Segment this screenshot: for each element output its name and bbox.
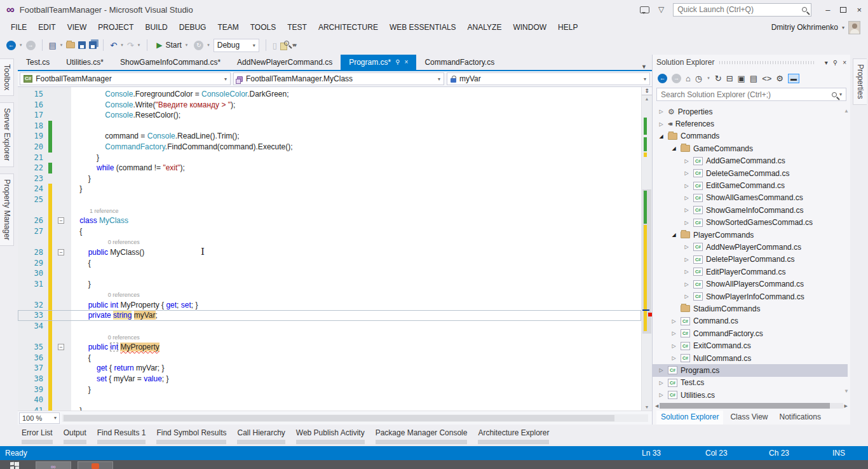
menu-item-architecture[interactable]: ARCHITECTURE <box>313 20 384 34</box>
tree-item-deleteplayercommand-cs[interactable]: ▷C#DeletePlayerCommand.cs <box>653 254 848 266</box>
code-line-29[interactable]: 29 { <box>18 258 641 269</box>
tab-list-chevron-icon[interactable]: ▼ <box>641 64 652 70</box>
zoom-dropdown[interactable]: 100 % ▾ <box>19 412 60 424</box>
side-tab-toolbox[interactable]: Toolbox <box>0 58 14 96</box>
tree-item-showallgamescommand-cs[interactable]: ▷C#ShowAllGamesCommand.cs <box>653 192 848 204</box>
expander-icon[interactable]: ▷ <box>683 183 690 189</box>
chevron-down-icon[interactable]: ▾ <box>20 43 22 48</box>
code-line-20[interactable]: 20 CommandFactory.FindCommand(command).E… <box>18 142 641 153</box>
codelens-label[interactable]: 1 reference <box>71 206 118 217</box>
code-line-27[interactable]: 27 { <box>18 226 641 237</box>
expander-icon[interactable]: ▷ <box>658 121 665 127</box>
expander-icon[interactable]: ◢ <box>658 133 665 139</box>
tree-scroll-down-icon[interactable]: ▼ <box>844 388 849 394</box>
bottom-tab-web-publish-activity[interactable]: Web Publish Activity <box>296 428 365 444</box>
tree-item-gamecommands[interactable]: ◢GameCommands <box>653 142 848 154</box>
save-all-icon[interactable] <box>89 41 97 49</box>
pin-icon[interactable]: ⚲ <box>395 59 400 65</box>
view-code-icon[interactable]: <> <box>762 74 771 83</box>
code-line-25[interactable]: 25 <box>18 194 641 205</box>
tree-item-deletegamecommad-cs[interactable]: ▷C#DeleteGameCommad.cs <box>653 167 848 179</box>
bottom-tab-output[interactable]: Output <box>64 428 86 444</box>
tree-item-addnewplayercommand-cs[interactable]: ▷C#AddNewPlayerCommand.cs <box>653 241 848 253</box>
forward-icon[interactable]: → <box>672 74 681 83</box>
panel-tab-notifications[interactable]: Notifications <box>775 411 825 425</box>
collapse-box-icon[interactable]: − <box>58 249 64 255</box>
notifications-filter-icon[interactable]: ▽ <box>658 6 664 13</box>
codelens-row[interactable]: 1 reference <box>18 205 641 216</box>
member-dropdown[interactable]: myVar ▾ <box>447 72 650 85</box>
taskbar-visual-studio-icon[interactable] <box>36 461 71 469</box>
collapse-box-icon[interactable]: − <box>58 344 64 350</box>
code-line-18[interactable]: 18 <box>18 121 641 132</box>
solution-search-box[interactable]: ▾ <box>656 88 846 101</box>
expander-icon[interactable]: ▷ <box>670 318 677 324</box>
pending-changes-icon[interactable]: ◷ <box>695 74 702 83</box>
scrollbar-thumb[interactable] <box>64 415 614 421</box>
expander-icon[interactable]: ▷ <box>658 392 665 398</box>
code-line-33[interactable]: 33 private string myVar; <box>18 310 641 321</box>
menu-item-view[interactable]: VIEW <box>62 20 93 34</box>
minimize-button[interactable]: – <box>825 6 830 14</box>
codelens-label[interactable]: 0 references <box>71 290 140 301</box>
chevron-down-icon[interactable]: ▾ <box>707 76 710 81</box>
close-icon[interactable]: × <box>843 59 846 66</box>
tree-item-stadiumcommands[interactable]: StadiumCommands <box>653 302 848 315</box>
tree-item-playercommands[interactable]: ◢PlayerCommands <box>653 229 848 241</box>
quick-launch-input[interactable] <box>677 5 802 14</box>
expander-icon[interactable]: ▷ <box>670 330 677 336</box>
type-dropdown[interactable]: FootballTeamManager.MyClass ▾ <box>233 72 444 85</box>
scroll-up-icon[interactable]: ▲ <box>642 97 652 101</box>
panel-tab-class-view[interactable]: Class View <box>726 411 772 425</box>
save-icon[interactable] <box>78 41 86 49</box>
code-line-21[interactable]: 21 } <box>18 153 641 163</box>
expander-icon[interactable]: ▷ <box>683 269 690 275</box>
tree-item-addgamecommand-cs[interactable]: ▷C#AddGameCommand.cs <box>653 155 848 167</box>
expander-icon[interactable]: ▷ <box>683 257 690 262</box>
windows-start-icon[interactable] <box>10 462 19 469</box>
expander-icon[interactable]: ▷ <box>683 294 690 299</box>
tree-item-showsortedgamescommad-cs[interactable]: ▷C#ShowSortedGamesCommad.cs <box>653 217 848 229</box>
expander-icon[interactable]: ▷ <box>683 244 690 250</box>
code-line-34[interactable]: 34 <box>18 321 641 332</box>
properties-icon[interactable]: ⚙ <box>776 74 783 83</box>
scroll-down-icon[interactable]: ▼ <box>642 405 652 409</box>
menu-item-team[interactable]: TEAM <box>212 20 244 34</box>
scrollbar-track[interactable] <box>642 104 652 403</box>
editor-tab-program-cs[interactable]: Program.cs*⚲× <box>341 55 416 70</box>
bottom-tab-find-symbol-results[interactable]: Find Symbol Results <box>156 428 226 444</box>
tree-item-nullcommand-cs[interactable]: ▷C#NullCommand.cs <box>653 352 848 364</box>
code-line-36[interactable]: 36 { <box>18 353 641 364</box>
code-line-32[interactable]: 32 public int MyProperty { get; set; } <box>18 300 641 311</box>
tree-item-utilities-cs[interactable]: ▷C#Utilities.cs <box>653 389 848 401</box>
code-line-41[interactable]: 41 } <box>18 405 641 411</box>
bottom-tab-find-results-1[interactable]: Find Results 1 <box>97 428 146 444</box>
solution-explorer-header[interactable]: Solution Explorer ▾ ⚲ × <box>653 55 850 70</box>
code-line-37[interactable]: 37 get { return myVar; } <box>18 363 641 374</box>
code-line-35[interactable]: 35− public int MyProperty <box>18 342 641 353</box>
menu-item-debug[interactable]: DEBUG <box>173 20 212 34</box>
collapse-box-icon[interactable]: − <box>58 217 64 224</box>
codelens-label[interactable]: 0 references <box>71 237 140 248</box>
bottom-tab-package-manager-console[interactable]: Package Manager Console <box>376 428 468 444</box>
avatar[interactable] <box>848 21 860 34</box>
expander-icon[interactable]: ▷ <box>683 158 690 164</box>
code-editor[interactable]: 15 Console.ForegroundColor = ConsoleColo… <box>18 87 652 411</box>
refresh-icon[interactable]: ↻ <box>715 74 722 83</box>
menu-item-help[interactable]: HELP <box>552 20 583 34</box>
code-line-17[interactable]: 17 Console.ResetColor(); <box>18 110 641 121</box>
solution-configuration-dropdown[interactable]: Debug ▾ <box>214 39 259 52</box>
navigate-backward-icon[interactable]: ← <box>6 41 16 50</box>
side-tab-server-explorer[interactable]: Server Explorer <box>0 102 14 167</box>
side-tab-properties[interactable]: Properties <box>853 58 867 105</box>
window-position-icon[interactable]: ▾ <box>825 59 828 66</box>
expander-icon[interactable]: ◢ <box>670 232 677 238</box>
step-icon[interactable]: ▯ <box>273 41 277 50</box>
find-in-files-icon[interactable] <box>280 41 289 50</box>
code-line-31[interactable]: 31 } <box>18 279 641 290</box>
menu-item-project[interactable]: PROJECT <box>92 20 139 34</box>
scroll-left-icon[interactable]: ◀ <box>655 404 658 409</box>
close-icon[interactable]: × <box>405 59 409 65</box>
menu-item-edit[interactable]: EDIT <box>32 20 61 34</box>
tree-scroll-up-icon[interactable]: ▲ <box>844 108 849 114</box>
